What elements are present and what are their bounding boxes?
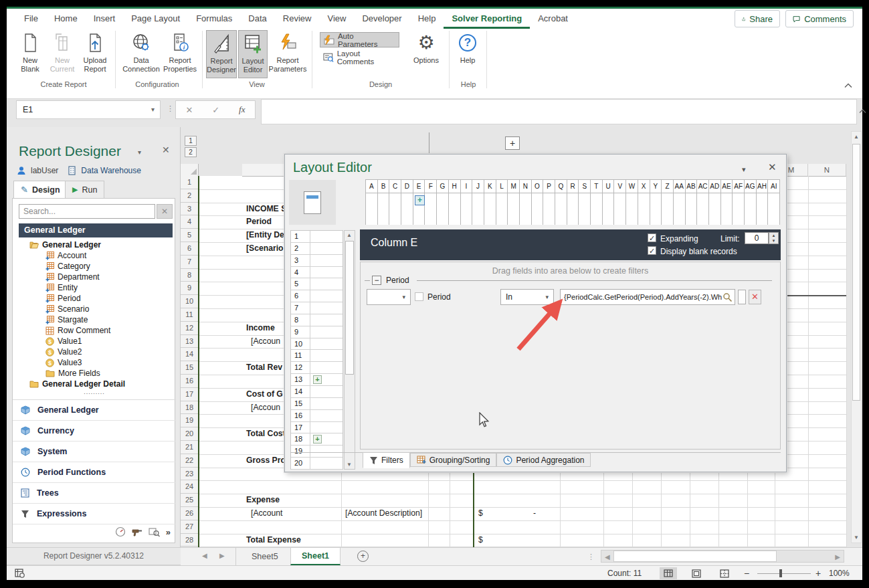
help-button[interactable]: ? Help [454, 30, 482, 78]
macro-recording-icon[interactable] [15, 569, 25, 578]
tree-item-category[interactable]: Category [13, 261, 176, 272]
filter-logic-dropdown[interactable]: ▾ [367, 289, 411, 305]
sheet-tab-sheet5[interactable]: Sheet5 [241, 548, 289, 565]
cell-b15[interactable]: Total Rev [246, 361, 282, 375]
search-input[interactable]: Search... [19, 204, 155, 219]
insert-function-icon[interactable]: fx [239, 104, 245, 115]
tree-item-entity[interactable]: Entity [13, 282, 176, 293]
expanding-checkbox[interactable]: ✓ [648, 233, 656, 242]
dialog-row-scrollbar[interactable]: ▲ ▼ [344, 230, 355, 470]
row-header-25[interactable]: 25 [181, 494, 199, 507]
formula-bar-expand-icon[interactable] [859, 109, 866, 114]
dialog-tab-filters[interactable]: Filters [363, 452, 410, 468]
zoom-level[interactable]: 100% [829, 569, 850, 578]
column-e-add-icon[interactable]: + [415, 195, 425, 205]
row-header-22[interactable]: 22 [181, 454, 199, 468]
dialog-row-1[interactable]: 1 [291, 231, 343, 243]
row-13-add-icon[interactable]: + [313, 375, 322, 384]
dialog-column-ac[interactable]: AC [697, 180, 709, 225]
row-header-26[interactable]: 26 [181, 507, 199, 520]
row-header-8[interactable]: 8 [181, 269, 199, 282]
cell-b26[interactable]: [Account [251, 507, 282, 520]
section-currency[interactable]: Currency [13, 421, 176, 442]
zoom-out-icon[interactable]: − [744, 568, 749, 579]
dialog-column-u[interactable]: U [603, 180, 615, 225]
row-header-14[interactable]: 14 [181, 348, 199, 361]
dialog-close-icon[interactable]: ✕ [768, 161, 777, 173]
row-header-13[interactable]: 13 [181, 335, 199, 349]
page-break-view-button[interactable] [716, 567, 733, 579]
row-header-24[interactable]: 24 [181, 480, 199, 494]
dialog-scrollbar-thumb[interactable] [345, 241, 354, 375]
cell-b13[interactable]: [Accoun [251, 335, 280, 349]
dialog-column-s[interactable]: S [579, 180, 591, 225]
lookup-icon[interactable] [722, 292, 733, 302]
row-header-1[interactable]: 1 [181, 176, 199, 189]
row-header-7[interactable]: 7 [181, 256, 199, 269]
data-connection-button[interactable]: Data Connection [122, 30, 161, 78]
sheet-nav-right-icon[interactable]: ▶ [219, 552, 225, 559]
filter-more-button[interactable] [738, 290, 746, 304]
name-box-dropdown-icon[interactable]: ▾ [151, 101, 155, 118]
tree-item-more-fields[interactable]: More Fields [13, 368, 176, 379]
limit-spinner[interactable]: ▲▼ [769, 232, 779, 244]
cell-b25[interactable]: Expense [246, 494, 280, 507]
scroll-left-icon[interactable]: ◀ [605, 553, 610, 561]
row-header-15[interactable]: 15 [181, 361, 199, 375]
horizontal-scrollbar[interactable]: ◀ ▶ [601, 550, 844, 563]
dialog-column-k[interactable]: K [484, 180, 496, 225]
cell-b28[interactable]: Total Expense [246, 534, 301, 547]
tree-item-general-ledger[interactable]: General Ledger [13, 239, 176, 250]
dialog-row-8[interactable]: 8 [291, 314, 343, 326]
dialog-column-strip[interactable]: ABCDEFGHIJKLMNOPQRSTUVWXYZAAABACADAEAFAG… [365, 179, 780, 225]
dialog-column-ad[interactable]: AD [709, 180, 721, 225]
dialog-column-l[interactable]: L [496, 180, 508, 225]
dialog-column-y[interactable]: Y [650, 180, 662, 225]
confirm-entry-icon[interactable]: ✓ [212, 105, 219, 115]
dialog-column-m[interactable]: M [508, 180, 520, 225]
dialog-row-7[interactable]: 7 [291, 302, 343, 314]
connection-name[interactable]: Data Warehouse [81, 166, 141, 175]
comments-button[interactable]: Comments [785, 10, 854, 27]
ribbon-tab-home[interactable]: Home [46, 10, 86, 29]
tree-item-row-comment[interactable]: Row Comment [13, 325, 176, 336]
pane-dropdown-icon[interactable]: ▾ [138, 149, 141, 156]
column-header-n[interactable]: N [808, 164, 846, 177]
dialog-column-j[interactable]: J [472, 180, 484, 225]
filter-value-input[interactable]: {PeriodCalc.GetPeriod(Period).AddYears(-… [560, 289, 735, 305]
tree-item-department[interactable]: Department [13, 272, 176, 282]
cell-b12[interactable]: Income [246, 322, 275, 335]
dialog-row-2[interactable]: 2 [291, 243, 343, 255]
ribbon-tab-review[interactable]: Review [275, 10, 320, 29]
search-clear-button[interactable]: ✕ [157, 204, 173, 219]
preview-search-icon[interactable] [149, 526, 160, 537]
tree-item-value3[interactable]: $Value3 [13, 357, 176, 368]
report-parameters-button[interactable]: Report Parameters [269, 30, 306, 78]
tree-item-account[interactable]: Account [13, 250, 176, 261]
section-general-ledger[interactable]: General Ledger [13, 400, 176, 421]
cell-b17[interactable]: Cost of G [246, 388, 283, 401]
tree-item-general-ledger-detail[interactable]: General Ledger Detail [13, 379, 176, 389]
tree-item-stargate[interactable]: Stargate [13, 314, 176, 325]
dialog-column-n[interactable]: N [520, 180, 532, 225]
row-header-18[interactable]: 18 [181, 401, 199, 415]
report-designer-button[interactable]: Report Designer [206, 30, 237, 78]
section-trees[interactable]: Trees [13, 483, 176, 504]
row-header-6[interactable]: 6 [181, 242, 199, 256]
ribbon-tab-insert[interactable]: Insert [86, 10, 124, 29]
cell-b6[interactable]: [Scenario [246, 242, 284, 256]
zoom-slider-track[interactable] [757, 573, 811, 574]
dialog-column-ae[interactable]: AE [721, 180, 733, 225]
dialog-column-p[interactable]: P [543, 180, 555, 225]
section-system[interactable]: System [13, 442, 176, 462]
row-header-3[interactable]: 3 [181, 203, 199, 216]
dialog-row-3[interactable]: 3 [291, 255, 343, 267]
dialog-row-18[interactable]: 18+ [291, 433, 343, 446]
normal-view-button[interactable] [660, 567, 677, 579]
tab-run[interactable]: ▶ Run [65, 181, 104, 199]
dialog-row-15[interactable]: 15 [291, 398, 343, 410]
dialog-column-q[interactable]: Q [555, 180, 567, 225]
sheet-nav-left-icon[interactable]: ◀ [202, 552, 207, 559]
row-18-add-icon[interactable]: + [313, 435, 322, 444]
dialog-tab-period-aggregation[interactable]: Period Aggregation [496, 453, 591, 467]
